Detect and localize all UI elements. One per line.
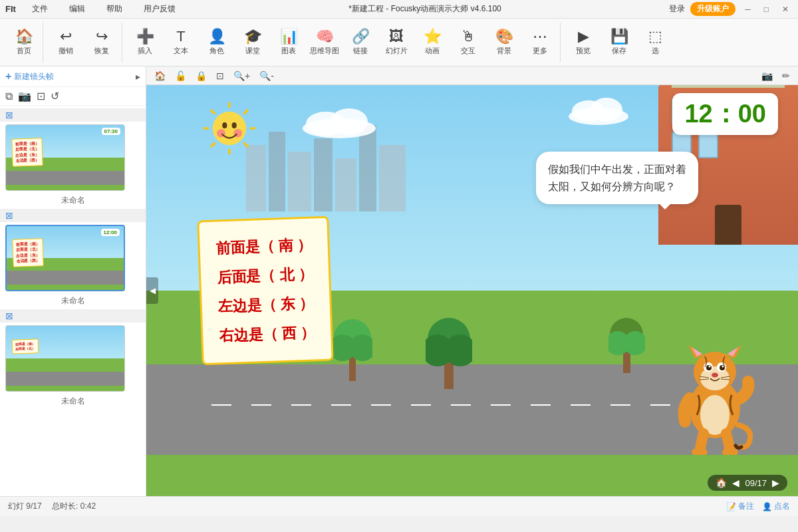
- redo-button[interactable]: ↪ 恢复: [84, 24, 119, 61]
- fit-button[interactable]: ⊡: [37, 90, 45, 102]
- section-marker-10: ⊠: [0, 309, 146, 323]
- home-button[interactable]: 🏠 首页: [8, 24, 40, 61]
- mindmap-button[interactable]: 🧠 思维导图: [307, 24, 342, 61]
- nav-home-icon[interactable]: 🏠: [716, 477, 727, 488]
- rotate-button[interactable]: ↺: [51, 90, 59, 102]
- camera-button[interactable]: 📷: [18, 90, 31, 102]
- more-label: 更多: [533, 46, 547, 56]
- point-label: 点名: [774, 501, 790, 512]
- class-label: 课堂: [245, 46, 260, 56]
- menu-edit[interactable]: 编辑: [64, 2, 90, 16]
- canvas-home-btn[interactable]: 🏠: [152, 69, 168, 82]
- entrance: [715, 205, 741, 245]
- svg-line-7: [211, 110, 215, 114]
- svg-point-8: [213, 112, 246, 145]
- home-icon: 🏠: [15, 29, 33, 44]
- close-button[interactable]: ✕: [778, 5, 793, 14]
- bg-button[interactable]: 🎨 背景: [487, 24, 521, 61]
- new-frame-button[interactable]: + 新建镜头帧: [5, 70, 54, 82]
- window-title: *新建工程 - Focusky动画演示大师 v4.6.100: [348, 3, 501, 15]
- canvas-zoom-in-btn[interactable]: 🔍+: [231, 69, 253, 82]
- frame-label-08: 未命名: [0, 194, 146, 209]
- class-button[interactable]: 🎓 课堂: [235, 24, 270, 61]
- preview-button[interactable]: ▶ 预览: [566, 24, 600, 61]
- text-label: 文本: [174, 46, 188, 56]
- chart-label: 图表: [281, 46, 296, 56]
- canvas-zoom-out-btn[interactable]: 🔍-: [257, 69, 277, 82]
- undo-button[interactable]: ↩ 撤销: [49, 24, 83, 61]
- nav-next-button[interactable]: ▶: [772, 477, 779, 488]
- slides-list: ⊠ 08 07:30 前面是（南）后面是（北）左边是（东）右边是（西）: [0, 106, 146, 496]
- slide-icon: 🖼: [389, 29, 404, 44]
- panel-collapse-button[interactable]: ▸: [136, 71, 140, 82]
- point-button[interactable]: 👤 点名: [762, 501, 790, 512]
- svg-point-50: [679, 416, 691, 428]
- section-icon-08[interactable]: ⊠: [5, 110, 13, 120]
- insert-button[interactable]: ➕ 插入: [128, 24, 162, 61]
- minimize-button[interactable]: ─: [741, 5, 755, 14]
- save-label: 保存: [612, 46, 626, 56]
- toolbar-home-group: 🏠 首页: [5, 23, 43, 63]
- slide-thumb-08[interactable]: 08 07:30 前面是（南）后面是（北）左边是（东）右边是（西）: [0, 122, 146, 194]
- slide-navigation: 🏠 ◀ 09/17 ▶: [708, 475, 787, 491]
- canvas-screenshot-btn[interactable]: 📷: [759, 69, 775, 82]
- section-icon-10[interactable]: ⊠: [5, 311, 13, 321]
- anim-button[interactable]: ⭐ 动画: [415, 24, 450, 61]
- panel-collapse-arrow[interactable]: ◀: [146, 277, 158, 304]
- status-right: 📝 备注 👤 点名: [726, 501, 790, 512]
- menu-file[interactable]: 文件: [27, 2, 53, 16]
- select-label: 选: [652, 46, 659, 56]
- slide-thumb-09[interactable]: 09 12:00 前面是（南）后面是（北）左边是（东）右边是（西）: [0, 222, 146, 294]
- slide-button[interactable]: 🖼 幻灯片: [379, 24, 414, 61]
- interact-button[interactable]: 🖱 交互: [451, 24, 485, 61]
- canvas-unlock-btn[interactable]: 🔓: [172, 69, 189, 82]
- main-area: + 新建镜头帧 ▸ ⧉ 📷 ⊡ ↺ ⊠ 08: [0, 66, 798, 496]
- nav-prev-button[interactable]: ◀: [732, 477, 739, 488]
- card-line-2: 后面是（ 北 ）: [217, 260, 314, 293]
- thumb-text-08: 前面是（南）后面是（北）左边是（东）右边是（西）: [11, 138, 43, 166]
- road-center-line: [211, 404, 733, 406]
- annotation-icon: 📝: [726, 502, 736, 511]
- bg-icon: 🎨: [495, 29, 513, 44]
- point-icon: 👤: [762, 502, 772, 511]
- canvas-lock-btn[interactable]: 🔒: [193, 69, 209, 82]
- frame-label-text-09: 未命名: [61, 295, 85, 307]
- text-button[interactable]: T 文本: [164, 24, 198, 61]
- speech-bubble[interactable]: 假如我们中午出发，正面对着太阳，又如何分辨方向呢？: [536, 152, 698, 204]
- upgrade-button[interactable]: 升级账户: [690, 2, 735, 16]
- canvas-edit-btn[interactable]: ✏: [779, 69, 793, 82]
- toolbar-preview-group: ▶ 预览 💾 保存 ⬚ 选: [563, 23, 675, 63]
- slide-thumb-10[interactable]: 10 前面是（南）后面是（北）: [0, 323, 146, 394]
- menu-feedback[interactable]: 用户反馈: [138, 2, 181, 16]
- copy-frame-button[interactable]: ⧉: [5, 90, 13, 102]
- link-button[interactable]: 🔗 链接: [343, 24, 378, 61]
- answer-card[interactable]: 前面是（ 南 ） 后面是（ 北 ） 左边是（ 东 ） 右边是（ 西 ）: [197, 216, 334, 366]
- annotation-button[interactable]: 📝 备注: [726, 501, 754, 512]
- save-button[interactable]: 💾 保存: [602, 24, 636, 61]
- titlebar-left: FIt 文件 编辑 帮助 用户反馈: [5, 2, 181, 16]
- maximize-button[interactable]: □: [760, 5, 773, 14]
- canvas-content: ◀: [146, 85, 798, 496]
- canvas-fit-btn[interactable]: ⊡: [213, 69, 227, 82]
- menu-help[interactable]: 帮助: [101, 2, 128, 16]
- select-button[interactable]: ⬚ 选: [638, 24, 672, 61]
- login-button[interactable]: 登录: [669, 3, 685, 15]
- slide-label: 幻灯片: [386, 46, 408, 56]
- interact-icon: 🖱: [461, 29, 475, 44]
- link-icon: 🔗: [352, 29, 370, 44]
- select-icon: ⬚: [648, 29, 662, 44]
- anim-label: 动画: [425, 46, 440, 56]
- slide-thumbnail-09: 12:00 前面是（南）后面是（北）左边是（东）右边是（西）: [5, 225, 125, 291]
- section-marker-09: ⊠: [0, 209, 146, 222]
- chart-button[interactable]: 📊 图表: [271, 24, 306, 61]
- more-button[interactable]: ⋯ 更多: [523, 24, 557, 61]
- thumb-text-10: 前面是（南）后面是（北）: [12, 338, 39, 354]
- tree-1: [332, 301, 372, 381]
- role-button[interactable]: 👤 角色: [200, 24, 234, 61]
- section-icon-09[interactable]: ⊠: [5, 210, 13, 221]
- panel-actions: ⧉ 📷 ⊡ ↺: [0, 87, 146, 106]
- canvas-toolbar: 🏠 🔓 🔒 ⊡ 🔍+ 🔍- 📷 ✏: [146, 66, 798, 85]
- undo-icon: ↩: [60, 29, 72, 44]
- undo-label: 撤销: [59, 46, 73, 56]
- card-line-3: 左边是（ 东 ）: [217, 289, 315, 321]
